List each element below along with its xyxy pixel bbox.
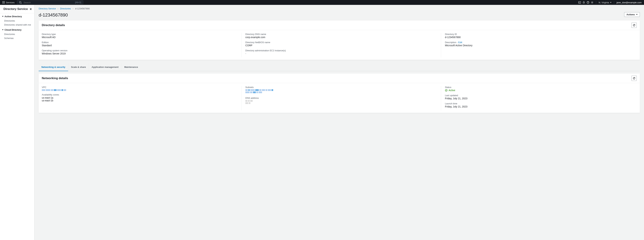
sidebar-group-cloud-directory[interactable]: Cloud Directory — [0, 27, 34, 32]
value-subnets-redacted — [245, 89, 273, 93]
label-os-version: Operating system version — [42, 49, 238, 52]
chevron-right-icon: › — [72, 7, 73, 10]
sidebar-item-schemas[interactable]: Schemas — [0, 36, 34, 40]
actions-button[interactable]: Actions — [624, 12, 640, 17]
value-last-updated: Friday, July 21, 2023 — [445, 97, 637, 100]
label-dns-address: DNS address — [245, 97, 437, 99]
svg-line-1 — [21, 3, 22, 4]
region-label: N. Virginia — [598, 1, 609, 4]
label-directory-type: Directory type — [42, 33, 238, 35]
value-az-2: us-east-1b — [42, 99, 238, 102]
value-status: Active — [445, 89, 637, 92]
search-shortcut: [Alt+S] — [75, 1, 81, 4]
value-edition: Standard — [42, 44, 238, 47]
svg-point-0 — [19, 1, 21, 3]
value-admin-ec2: - — [245, 52, 437, 55]
breadcrumb-current: d-1234567890 — [75, 7, 90, 10]
label-last-updated: Last updated — [445, 94, 637, 97]
status-ok-icon — [445, 89, 448, 92]
label-status: Status — [445, 86, 637, 88]
search-icon — [19, 1, 22, 4]
sidebar-group-active-directory[interactable]: Active Directory — [0, 13, 34, 19]
svg-point-7 — [592, 2, 592, 3]
global-search[interactable]: [Alt+S] — [17, 0, 83, 4]
services-menu[interactable]: Services — [2, 1, 16, 4]
value-directory-type: Microsoft AD — [42, 36, 238, 39]
value-launch-time: Friday, July 21, 2023 — [445, 105, 637, 108]
cloudshell-icon[interactable] — [578, 1, 581, 4]
label-subnets: Subnets — [245, 86, 437, 88]
chevron-down-icon — [636, 14, 638, 15]
notifications-icon[interactable] — [582, 1, 585, 4]
tab-maintenance[interactable]: Maintenance — [122, 63, 141, 71]
sidebar: Directory Service ✕ Active Directory Dir… — [0, 5, 34, 240]
tab-application-management[interactable]: Application management — [89, 63, 122, 71]
directory-details-panel: Directory details Directory type Microso… — [39, 20, 640, 60]
account-menu[interactable]: jane_doe@example.com — [616, 1, 642, 4]
sidebar-item-directories-shared[interactable]: Directories shared with me — [0, 23, 34, 27]
label-vpc: VPC — [42, 86, 238, 88]
breadcrumb-root[interactable]: Directory Service — [39, 7, 56, 10]
divider — [596, 1, 596, 4]
sidebar-close-icon[interactable]: ✕ — [30, 7, 32, 11]
networking-details-panel: Networking details VPC Availability zone… — [39, 74, 640, 113]
panel-title: Directory details — [42, 23, 65, 27]
sidebar-title: Directory Service — [4, 7, 28, 11]
search-input[interactable] — [23, 1, 74, 4]
value-vpc-redacted — [42, 89, 238, 91]
global-top-bar: Services [Alt+S] N. Virginia jane_doe@ex… — [0, 0, 644, 5]
label-dns-name: Directory DNS name — [245, 33, 437, 35]
value-dns-name: corp.example.com — [245, 36, 437, 39]
sidebar-item-cloud-directories[interactable]: Directories — [0, 32, 34, 36]
sidebar-item-directories[interactable]: Directories — [0, 19, 34, 23]
chevron-down-icon — [610, 2, 612, 3]
refresh-icon — [633, 77, 636, 80]
label-netbios-name: Directory NetBIOS name — [245, 41, 437, 44]
value-description: Microsoft Active Directory — [445, 44, 637, 47]
value-os-version: Windows Server 2019 — [42, 52, 238, 55]
value-dns-redacted — [245, 100, 254, 104]
panel-title: Networking details — [42, 76, 68, 80]
tab-networking-security[interactable]: Networking & security — [39, 63, 68, 71]
main-content: Directory Service › Directories › d-1234… — [34, 5, 644, 240]
label-description: Description - Edit — [445, 41, 637, 44]
chevron-down-icon — [2, 16, 4, 17]
status-text: Active — [448, 89, 455, 92]
breadcrumb-directories[interactable]: Directories — [60, 7, 71, 10]
value-directory-id: d-1234567890 — [445, 36, 637, 39]
help-icon[interactable] — [586, 1, 589, 4]
svg-point-8 — [445, 89, 447, 91]
label-edition: Edition — [42, 41, 238, 44]
chevron-down-icon — [2, 29, 4, 30]
actions-label: Actions — [626, 13, 635, 16]
edit-description-link[interactable]: Edit — [458, 41, 462, 44]
services-label: Services — [6, 1, 14, 4]
label-launch-time: Launch time — [445, 102, 637, 105]
tabs: Networking & security Scale & share Appl… — [39, 63, 640, 71]
sidebar-group-label: Active Directory — [4, 15, 22, 18]
chevron-right-icon: › — [58, 7, 58, 10]
page-title: d-1234567890 — [39, 12, 68, 18]
svg-rect-2 — [578, 1, 581, 3]
label-admin-ec2: Directory administration EC2 instance(s) — [245, 49, 437, 52]
refresh-icon — [633, 24, 636, 27]
value-netbios-name: CORP — [245, 44, 437, 47]
tab-scale-share[interactable]: Scale & share — [68, 63, 89, 71]
services-grid-icon — [2, 1, 5, 4]
value-az-1: us-east-1a — [42, 96, 238, 99]
settings-icon[interactable] — [591, 1, 594, 4]
refresh-button[interactable] — [632, 76, 637, 81]
refresh-button[interactable] — [632, 23, 637, 28]
label-directory-id: Directory ID — [445, 33, 637, 35]
label-availability-zones: Availability zones — [42, 93, 238, 96]
breadcrumb: Directory Service › Directories › d-1234… — [34, 5, 644, 11]
region-selector[interactable]: N. Virginia — [598, 1, 612, 4]
sidebar-group-label: Cloud Directory — [4, 28, 22, 31]
